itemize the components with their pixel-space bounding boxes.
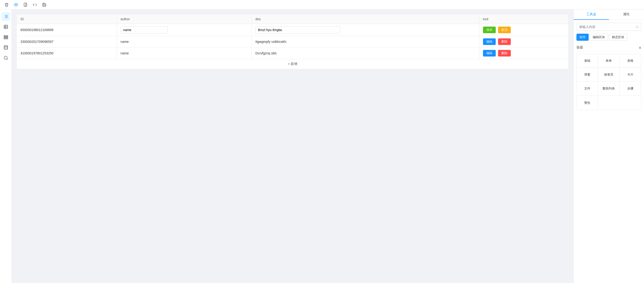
col-header-author: author — [117, 14, 252, 24]
right-panel-tabs: 工具盒 属性 — [574, 10, 644, 20]
cell-id: 650000198012169899 — [17, 24, 117, 36]
comp-item-modal[interactable]: 弹窗 — [577, 68, 598, 82]
right-panel-content: 组件 编辑区块 静态区块 容器 ∨ 基础 表单 表格 弹窗 标签页 卡片 文件 … — [574, 20, 644, 283]
sidebar-icon-list[interactable] — [2, 12, 10, 21]
btn-group: 编辑删除 — [483, 38, 565, 45]
comp-item-array-list[interactable]: 数组列表 — [598, 82, 620, 95]
svg-point-16 — [4, 56, 7, 59]
cancel-button[interactable]: 取消 — [498, 26, 511, 33]
right-panel: 工具盒 属性 组件 编辑区块 静态区块 — [574, 10, 644, 283]
comp-type-tabs: 组件 编辑区块 静态区块 — [576, 34, 641, 41]
btn-group: 编辑删除 — [483, 50, 565, 56]
cell-author[interactable] — [117, 24, 252, 36]
tab-properties[interactable]: 属性 — [609, 10, 644, 20]
cell-tool: 编辑删除 — [479, 48, 568, 59]
edit-button[interactable]: 编辑 — [483, 50, 496, 56]
svg-rect-8 — [4, 25, 8, 29]
sidebar-icon-db[interactable] — [2, 43, 10, 52]
comp-item-card[interactable]: 卡片 — [620, 68, 641, 82]
section-header-container: 容器 ∨ — [576, 44, 641, 52]
comp-item-alert[interactable]: 警告 — [577, 96, 598, 110]
cell-des: Dcrvfgznq sbit. — [252, 48, 479, 59]
comp-item-base[interactable]: 基础 — [577, 54, 598, 68]
comp-tab-static-block[interactable]: 静态区块 — [609, 34, 627, 41]
delete-button[interactable]: 删除 — [498, 50, 511, 56]
btn-group: 保存取消 — [483, 26, 565, 33]
svg-rect-13 — [4, 37, 8, 38]
cell-des[interactable] — [252, 24, 479, 36]
cell-author: name — [117, 48, 252, 59]
table-row: 650000198012169899保存取消 — [17, 24, 568, 36]
comp-grid-single: 警告 — [576, 96, 641, 110]
comp-tab-component[interactable]: 组件 — [576, 34, 589, 41]
tab-toolbox[interactable]: 工具盒 — [574, 10, 609, 20]
section-title: 容器 — [576, 46, 583, 50]
delete-button[interactable]: 删除 — [498, 38, 511, 45]
export-icon-btn[interactable] — [22, 2, 28, 8]
sidebar-icon-search[interactable] — [2, 54, 10, 62]
delete-icon-btn[interactable] — [4, 2, 10, 8]
search-icon — [636, 25, 639, 28]
data-table: ID author des tool 650000198012169899保存取… — [17, 14, 568, 59]
comp-item-steps[interactable]: 步骤 — [620, 82, 641, 95]
search-box — [576, 23, 641, 31]
svg-rect-14 — [4, 38, 8, 39]
svg-line-17 — [6, 59, 8, 60]
comp-item-tabs[interactable]: 标签页 — [598, 68, 620, 82]
content-area: ID author des tool 650000198012169899保存取… — [12, 10, 574, 283]
svg-point-15 — [4, 46, 8, 47]
search-input[interactable] — [576, 23, 641, 31]
table-row: 330000201709096597nameItgwgmpfy vxtbhcek… — [17, 36, 568, 48]
svg-line-19 — [638, 28, 638, 28]
cell-des: Itgwgmpfy vxtbhcekh. — [252, 36, 479, 48]
cell-author: name — [117, 36, 252, 48]
top-toolbar — [0, 0, 644, 10]
svg-rect-12 — [4, 36, 8, 36]
cell-id: 330000201709096597 — [17, 36, 117, 48]
left-sidebar — [0, 10, 12, 283]
sidebar-icon-form[interactable] — [2, 33, 10, 42]
collapse-icon[interactable]: ∨ — [639, 46, 641, 50]
cell-tool: 保存取消 — [479, 24, 568, 36]
table-container: ID author des tool 650000198012169899保存取… — [16, 14, 569, 69]
cell-tool: 编辑删除 — [479, 36, 568, 48]
sidebar-icon-table[interactable] — [2, 22, 10, 31]
author-input[interactable] — [120, 26, 168, 34]
col-header-id: ID — [17, 14, 117, 24]
col-header-des: des — [252, 14, 479, 24]
table-header-row: ID author des tool — [17, 14, 568, 24]
comp-item-table[interactable]: 表格 — [620, 54, 641, 68]
eye-icon-btn[interactable] — [13, 2, 19, 8]
code-icon-btn[interactable] — [32, 2, 38, 8]
comp-item-file[interactable]: 文件 — [577, 82, 598, 95]
table-row: 410000197801253250nameDcrvfgznq sbit.编辑删… — [17, 48, 568, 59]
comp-tab-edit-block[interactable]: 编辑区块 — [590, 34, 608, 41]
svg-point-18 — [636, 26, 638, 28]
save-button[interactable]: 保存 — [483, 26, 496, 33]
save-icon-btn[interactable] — [42, 2, 47, 8]
main-layout: ID author des tool 650000198012169899保存取… — [0, 10, 644, 283]
svg-point-0 — [16, 4, 17, 5]
des-input[interactable] — [256, 26, 340, 34]
edit-button[interactable]: 编辑 — [483, 38, 496, 45]
add-row-button[interactable]: + 新增 — [17, 59, 568, 69]
cell-id: 410000197801253250 — [17, 48, 117, 59]
col-header-tool: tool — [479, 14, 568, 24]
comp-grid-main: 基础 表单 表格 弹窗 标签页 卡片 文件 数组列表 步骤 — [576, 54, 641, 96]
comp-item-form[interactable]: 表单 — [598, 54, 620, 68]
